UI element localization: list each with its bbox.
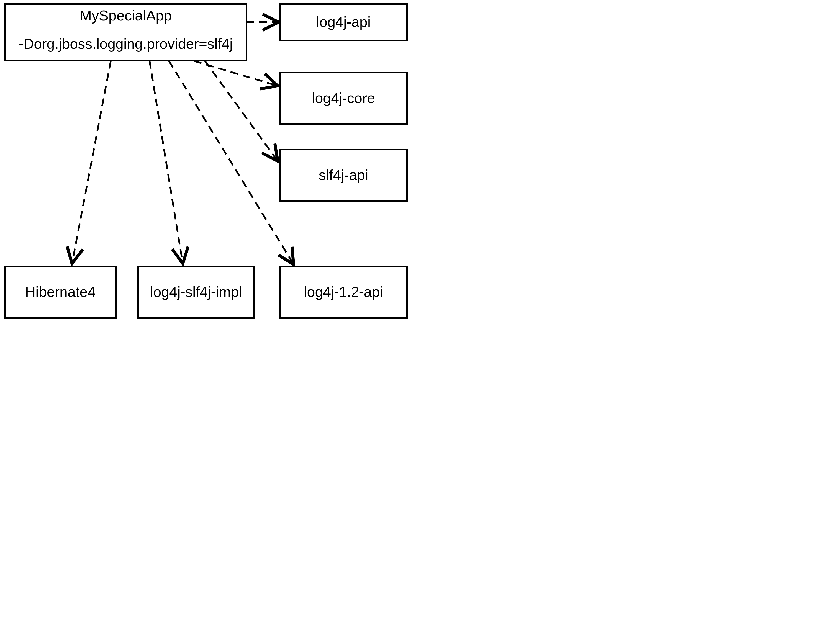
node-my-special-app: MySpecialApp -Dorg.jboss.logging.provide…: [5, 4, 247, 60]
edge-main-to-log4j-slf4j-impl: [150, 61, 183, 264]
node-log4j-1-2-api-label: log4j-1.2-api: [304, 284, 383, 300]
node-log4j-slf4j-impl-label: log4j-slf4j-impl: [150, 284, 242, 300]
edge-main-to-hibernate: [72, 61, 111, 264]
node-log4j-slf4j-impl: log4j-slf4j-impl: [138, 266, 254, 318]
node-my-special-app-title: MySpecialApp: [80, 8, 172, 23]
dependency-diagram: MySpecialApp -Dorg.jboss.logging.provide…: [0, 0, 411, 322]
node-slf4j-api-label: slf4j-api: [319, 167, 368, 183]
node-log4j-1-2-api: log4j-1.2-api: [280, 266, 407, 318]
edge-main-to-log4j-1-2-api: [169, 61, 294, 264]
edge-main-to-slf4j-api: [205, 61, 278, 161]
node-log4j-core-label: log4j-core: [312, 90, 375, 106]
node-hibernate-label: Hibernate4: [25, 284, 95, 300]
node-hibernate: Hibernate4: [5, 266, 116, 318]
node-log4j-api-label: log4j-api: [316, 14, 371, 30]
node-log4j-core: log4j-core: [280, 72, 407, 124]
node-slf4j-api: slf4j-api: [280, 150, 407, 201]
node-log4j-api: log4j-api: [280, 4, 407, 40]
edge-main-to-log4j-core: [194, 61, 278, 86]
node-my-special-app-subtitle: -Dorg.jboss.logging.provider=slf4j: [18, 36, 233, 52]
